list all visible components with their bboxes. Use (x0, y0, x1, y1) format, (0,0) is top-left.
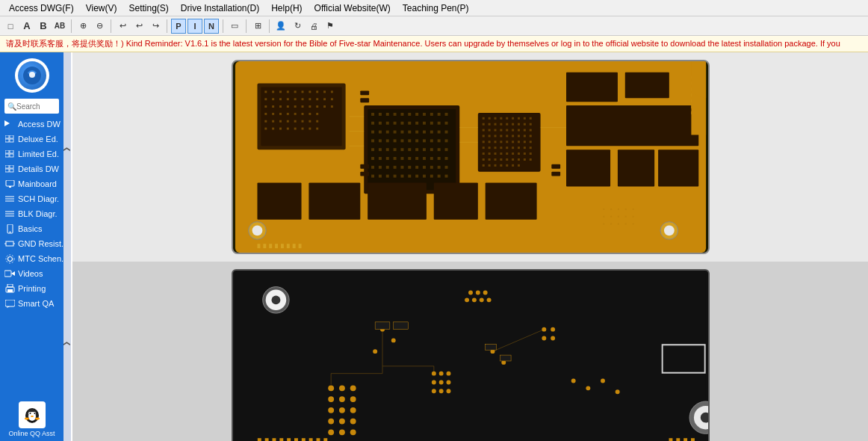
toolbar-undo2[interactable]: ↩ (131, 19, 146, 34)
sidebar-label-mtc-schen: MTC Schen. (18, 254, 63, 263)
menu-setting[interactable]: Setting(S) (123, 1, 174, 15)
svg-rect-128 (378, 131, 381, 134)
svg-rect-117 (378, 122, 381, 125)
sidebar-item-basics[interactable]: Basics (0, 221, 63, 236)
svg-rect-268 (494, 164, 496, 167)
sidebar-item-sch-diagr[interactable]: SCH Diagr. (0, 191, 63, 206)
toolbar-sep6 (269, 19, 270, 33)
svg-point-312 (252, 226, 262, 236)
sidebar-item-videos[interactable]: Videos (0, 266, 63, 281)
svg-rect-270 (506, 164, 508, 167)
pcb-bottom-board[interactable] (232, 269, 710, 441)
toolbar-redo[interactable]: ↪ (148, 19, 163, 34)
svg-rect-115 (444, 113, 447, 116)
svg-point-365 (328, 429, 334, 435)
menu-access-dwg[interactable]: Access DWG(F) (3, 1, 80, 15)
toolbar-pin-n[interactable]: N (204, 19, 219, 34)
toolbar-pin-i[interactable]: I (187, 19, 202, 34)
qq-icon[interactable] (19, 401, 46, 428)
sidebar-label-mainboard: Mainboard (18, 179, 57, 188)
svg-rect-392 (272, 438, 276, 441)
search-input[interactable] (16, 102, 56, 111)
svg-rect-295 (280, 244, 283, 248)
svg-rect-58 (330, 90, 332, 93)
toolbar-print[interactable]: 🖨 (306, 19, 321, 34)
toolbar-ab[interactable]: AB (52, 19, 67, 34)
svg-rect-150 (378, 148, 381, 151)
svg-point-386 (571, 379, 575, 383)
svg-point-363 (338, 419, 344, 425)
arrow-right-icon (4, 119, 15, 129)
svg-rect-12 (5, 169, 9, 172)
pcb-top-board[interactable] (232, 60, 710, 254)
collapse-handle-top[interactable]: ❮ (63, 52, 71, 247)
svg-rect-220 (529, 129, 531, 132)
svg-point-388 (601, 379, 605, 383)
toolbar-rect[interactable]: ▭ (227, 19, 242, 34)
menu-teaching-pen[interactable]: Teaching Pen(P) (397, 1, 475, 15)
svg-rect-200 (518, 117, 520, 120)
sidebar-item-limited-ed[interactable]: Limited Ed. (0, 147, 63, 161)
toolbar-refresh[interactable]: ↻ (290, 19, 305, 34)
svg-rect-148 (444, 139, 447, 142)
toolbar-b[interactable]: B (36, 19, 51, 34)
svg-rect-106 (378, 113, 381, 116)
svg-rect-97 (279, 128, 282, 130)
svg-rect-403 (691, 438, 695, 441)
toolbar-sep2 (111, 19, 111, 33)
sidebar-item-deluxe-ed[interactable]: Deluxe Ed. (0, 132, 63, 147)
toolbar-person[interactable]: 👤 (273, 19, 288, 34)
svg-rect-133 (415, 131, 418, 134)
grid-icon-limited (4, 149, 15, 159)
sidebar-item-access-dw[interactable]: Access DW (0, 117, 63, 132)
toolbar-pin-p[interactable]: P (171, 19, 186, 34)
gear-icon (4, 253, 15, 264)
svg-rect-145 (423, 139, 426, 142)
sidebar-label-videos: Videos (18, 269, 43, 278)
toolbar-sep1 (71, 19, 72, 33)
menu-help[interactable]: Help(H) (265, 1, 308, 15)
svg-rect-402 (683, 438, 687, 441)
sidebar-item-details-dw[interactable]: Details DW (0, 161, 63, 176)
menu-view[interactable]: View(V) (80, 1, 123, 15)
svg-point-387 (586, 386, 590, 390)
sidebar-item-blk-diagr[interactable]: BLK Diagr. (0, 206, 63, 221)
svg-point-380 (551, 336, 555, 341)
sidebar-item-mtc-schen[interactable]: MTC Schen. (0, 251, 63, 266)
menu-official-website[interactable]: Official Website(W) (309, 1, 397, 15)
search-box[interactable]: 🔍 (4, 99, 59, 114)
toolbar-a[interactable]: A (19, 19, 34, 34)
svg-point-347 (475, 291, 480, 295)
collapse-handle-bottom[interactable]: ❮ (63, 247, 71, 441)
svg-rect-56 (316, 90, 318, 93)
svg-rect-158 (437, 148, 440, 151)
svg-rect-118 (385, 122, 388, 125)
sidebar-item-smart-qa[interactable]: Smart QA (0, 296, 63, 311)
toolbar-flag[interactable]: ⚑ (323, 19, 338, 34)
svg-point-371 (431, 380, 435, 385)
svg-rect-6 (5, 150, 9, 153)
svg-rect-5 (10, 139, 13, 142)
sidebar-item-gnd-resist[interactable]: GND Resist. (0, 236, 63, 251)
svg-rect-147 (437, 139, 440, 142)
svg-rect-281 (368, 182, 427, 219)
svg-rect-48 (261, 87, 341, 146)
toolbar-zoom-out[interactable]: ⊖ (92, 19, 107, 34)
toolbar-undo[interactable]: ↩ (115, 19, 130, 34)
svg-rect-11 (10, 165, 13, 168)
svg-rect-131 (400, 131, 403, 134)
sidebar-item-mainboard[interactable]: Mainboard (0, 176, 63, 191)
sidebar-label-basics: Basics (18, 224, 42, 233)
toolbar-expand[interactable]: ⊞ (250, 19, 265, 34)
menu-drive-installation[interactable]: Drive Installation(D) (175, 1, 265, 15)
svg-rect-165 (408, 157, 411, 160)
svg-rect-266 (482, 164, 484, 167)
svg-rect-212 (482, 129, 484, 132)
svg-rect-84 (301, 113, 303, 115)
sidebar-item-printing[interactable]: Printing (0, 281, 63, 296)
svg-rect-326 (603, 223, 604, 225)
svg-rect-91 (294, 120, 296, 123)
toolbar-new[interactable]: □ (3, 19, 18, 34)
toolbar-zoom-in[interactable]: ⊕ (75, 19, 90, 34)
svg-rect-10 (5, 165, 9, 168)
